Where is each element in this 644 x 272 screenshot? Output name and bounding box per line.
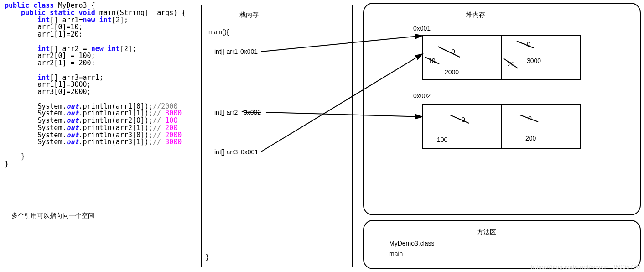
t: .println(arr3[1]); xyxy=(79,138,153,146)
t: arr3[0]=2000; xyxy=(5,88,91,96)
heap-title: 堆内存 xyxy=(466,11,485,19)
heap-arr1-c0-val: 2000 xyxy=(445,68,459,76)
note-text: 多个引用可以指向同一个空间 xyxy=(11,212,94,220)
method-area-title: 方法区 xyxy=(477,228,496,236)
t: } xyxy=(5,160,9,168)
out: out xyxy=(66,138,78,146)
stack-arr3-label: int[] arr3 xyxy=(214,148,238,156)
stack-arr2-addr: 0x002 xyxy=(244,109,261,116)
heap-addr2: 0x002 xyxy=(413,92,431,99)
stack-arr1-addr: 0x001 xyxy=(240,48,258,55)
t: arr2[1] = 200; xyxy=(5,59,95,67)
watermark: https://blog.csdn.net/weixin_35995730 xyxy=(531,263,640,270)
heap-arr1-c1-val: 3000 xyxy=(527,57,541,64)
heap-arr2-c1-val: 200 xyxy=(525,135,536,142)
code-block: public class MyDemo3 { public static voi… xyxy=(5,2,186,167)
stack-memory-box xyxy=(201,5,353,267)
diagram-page: public class MyDemo3 { public static voi… xyxy=(0,0,644,272)
stack-arr3-addr: 0x001 xyxy=(241,148,258,156)
stack-arr2-label: int[] arr2 xyxy=(214,109,238,116)
num: 3000 xyxy=(165,138,182,146)
t: [2]; xyxy=(112,16,128,24)
heap-arr2-cell0 xyxy=(422,104,502,149)
t: System. xyxy=(5,138,66,146)
heap-arr2-c0-val: 100 xyxy=(437,136,447,143)
stack-title: 栈内存 xyxy=(239,11,259,19)
t: arr1[1]=20; xyxy=(5,30,83,38)
t: [2]; xyxy=(120,45,136,53)
method-area-l2: main xyxy=(389,250,403,257)
kw: new int xyxy=(91,45,120,53)
heap-addr1: 0x001 xyxy=(413,25,431,32)
cmt: // xyxy=(153,138,165,146)
heap-arr2-cell1 xyxy=(501,104,581,149)
stack-close: } xyxy=(206,253,208,261)
stack-main-open: main(){ xyxy=(208,28,229,36)
method-area-l1: MyDemo3.class xyxy=(389,240,435,247)
kw: new int xyxy=(83,16,112,24)
stack-arr1-label: int[] arr1 xyxy=(214,48,238,55)
heap-arr1-cell0 xyxy=(422,35,502,80)
